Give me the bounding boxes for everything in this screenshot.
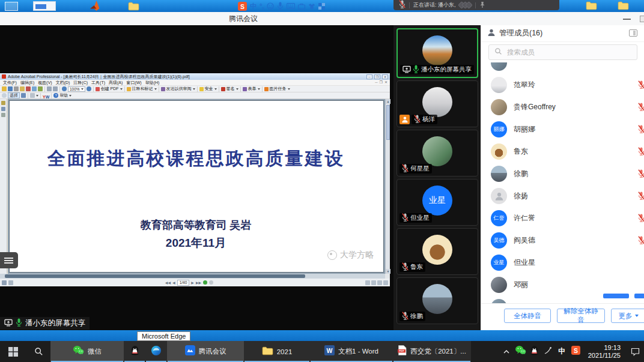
acrobat-menu-item[interactable]: 工具(T) — [90, 80, 107, 86]
layout-icon[interactable] — [371, 280, 376, 285]
taskbar-button-folder-2021[interactable]: 2021 — [244, 341, 310, 362]
acrobat-menu-item[interactable]: 文档(D) — [54, 80, 72, 86]
desktop-icon-fragment[interactable] — [5, 2, 18, 11]
select-tool-button[interactable]: 选择 — [8, 92, 20, 98]
acrobat-titlebar[interactable]: Adobe Acrobat Professional - [吴岩司长11月24日… — [0, 73, 390, 80]
collapsed-panel-handle[interactable] — [0, 252, 18, 268]
muted-mic-icon[interactable] — [638, 192, 644, 202]
vertical-scrollbar[interactable]: ▲ ▼ — [385, 99, 390, 274]
acrobat-dropdown[interactable]: 图片任务 — [264, 86, 290, 92]
acrobat-window-control[interactable]: ─ — [366, 74, 372, 79]
document-window-controls[interactable]: ─❐✕ — [375, 80, 390, 85]
start-button[interactable] — [0, 341, 26, 362]
notification-center-icon[interactable] — [626, 348, 644, 356]
taskbar-search-icon[interactable] — [26, 341, 50, 362]
ink-pen-icon[interactable] — [541, 341, 555, 362]
layout-icon[interactable] — [377, 280, 382, 285]
muted-mic-icon[interactable] — [638, 236, 644, 247]
acrobat-menu-item[interactable]: 视图(V) — [36, 80, 53, 86]
muted-mic-icon[interactable] — [638, 214, 644, 225]
first-page-icon[interactable]: ◀◀ — [165, 280, 171, 286]
grid-panel-icon[interactable] — [318, 3, 325, 10]
last-page-icon[interactable]: ▶▶ — [196, 280, 201, 286]
snapshot-tool-icon[interactable] — [21, 93, 26, 98]
layout-icon[interactable] — [383, 280, 388, 285]
mute-all-button[interactable]: 全体静音 — [504, 309, 551, 323]
member-row[interactable]: 丽娜胡丽娜 — [481, 118, 644, 140]
prev-page-icon[interactable]: ◀ — [172, 280, 175, 286]
toolbar-icon[interactable] — [20, 86, 25, 91]
minimize-button[interactable] — [623, 19, 631, 20]
desktop-icon-fragment[interactable] — [33, 1, 56, 11]
qq-tray-icon[interactable] — [527, 341, 541, 362]
help-button[interactable]: 帮助 — [59, 92, 71, 98]
video-tile[interactable]: 何星星 — [396, 130, 478, 176]
toolbar-icon[interactable] — [38, 86, 43, 91]
pin-icon[interactable] — [479, 0, 485, 11]
tray-expand-icon[interactable] — [500, 341, 514, 362]
toolbar-icon[interactable] — [14, 86, 19, 91]
acrobat-menu-item[interactable]: 帮助(H) — [144, 80, 162, 86]
skin-icon[interactable] — [308, 3, 315, 10]
member-row[interactable]: 吴德阎吴德 — [481, 229, 644, 252]
scrollbar-thumb[interactable] — [5, 274, 305, 278]
member-row[interactable]: 仁誉许仁誉 — [481, 207, 644, 229]
maximize-button[interactable] — [640, 16, 644, 22]
folder-desktop-icon[interactable] — [586, 1, 597, 13]
acrobat-nav-strip[interactable] — [0, 99, 7, 274]
doc-window-control[interactable]: ─ — [375, 80, 377, 85]
muted-mic-icon[interactable] — [638, 147, 644, 158]
toolbar-icon[interactable] — [26, 86, 31, 91]
acrobat-menu-item[interactable]: 注释(C) — [71, 80, 90, 86]
member-search-input[interactable] — [506, 48, 631, 56]
doc-window-control[interactable]: ✕ — [384, 80, 387, 85]
acrobat-dropdown[interactable]: 安全 — [199, 86, 217, 92]
page-view-icon[interactable] — [30, 93, 35, 98]
redo-icon[interactable] — [53, 86, 58, 91]
toolbar-icon[interactable] — [8, 86, 13, 91]
acrobat-window-control[interactable]: ❐ — [374, 74, 380, 79]
pdf-document-area[interactable]: 全面推进高校课程思政高质量建设 教育部高等教育司 吴岩 2021年11月 大学方… — [8, 99, 385, 274]
toolbar-icon[interactable] — [2, 86, 7, 91]
soft-keyboard-icon[interactable] — [287, 3, 295, 9]
horizontal-scrollbar[interactable] — [0, 274, 385, 279]
doc-window-control[interactable]: ❐ — [380, 80, 383, 85]
acrobat-dropdown[interactable]: 表单 — [243, 86, 260, 92]
member-row[interactable] — [481, 62, 644, 74]
member-row[interactable]: 范翠玲 — [481, 74, 644, 96]
muted-mic-icon[interactable] — [638, 169, 644, 180]
folder-desktop-icon[interactable] — [618, 1, 629, 13]
video-tile[interactable]: 业星但业星 — [396, 179, 478, 226]
member-row[interactable]: 徐鹏 — [481, 163, 644, 185]
taskbar-button-wechat[interactable]: 微信 — [50, 341, 124, 362]
acrobat-menu-item[interactable]: 窗口(W) — [124, 80, 143, 86]
matlab-desktop-icon[interactable] — [90, 1, 102, 13]
partial-button[interactable] — [603, 294, 629, 298]
sogou-tray-icon[interactable]: S — [569, 341, 583, 362]
member-row[interactable]: 业星但业星 — [481, 252, 644, 274]
ime-lang-icon[interactable]: 中 — [555, 341, 569, 362]
status-icon[interactable] — [2, 280, 7, 285]
member-row[interactable]: 鲁东 — [481, 140, 644, 163]
muted-mic-icon[interactable] — [638, 125, 644, 136]
acrobat-dropdown[interactable]: 发送以供审阅 — [161, 86, 195, 92]
muted-mic-icon[interactable] — [638, 80, 644, 91]
scrollbar-thumb[interactable] — [386, 105, 390, 140]
taskbar-button-meeting[interactable]: 腾讯会议 — [167, 341, 244, 362]
member-row[interactable]: 徐扬 — [481, 185, 644, 207]
voice-input-icon[interactable] — [277, 2, 284, 10]
acrobat-dropdown[interactable]: 注释和标记 — [127, 86, 157, 92]
wechat-tray-icon[interactable] — [514, 341, 527, 362]
layout-icon[interactable] — [365, 280, 370, 285]
video-tile[interactable]: 徐鹏 — [396, 277, 478, 324]
member-row[interactable]: 邓丽 — [481, 274, 644, 296]
taskbar-button-qq[interactable] — [124, 341, 145, 362]
video-tile[interactable]: 潘小东的屏幕共享 — [396, 28, 478, 78]
acrobat-menu-item[interactable]: 文件(F) — [1, 80, 19, 86]
zoom-out-icon[interactable] — [62, 86, 67, 91]
status-icon[interactable] — [8, 280, 13, 285]
acrobat-window-control[interactable]: ✕ — [382, 74, 388, 79]
panel-toggle-icon[interactable] — [629, 29, 637, 37]
acrobat-dropdown[interactable]: 签名 — [221, 86, 238, 92]
ime-mode-icon[interactable]: 中 — [250, 2, 257, 10]
